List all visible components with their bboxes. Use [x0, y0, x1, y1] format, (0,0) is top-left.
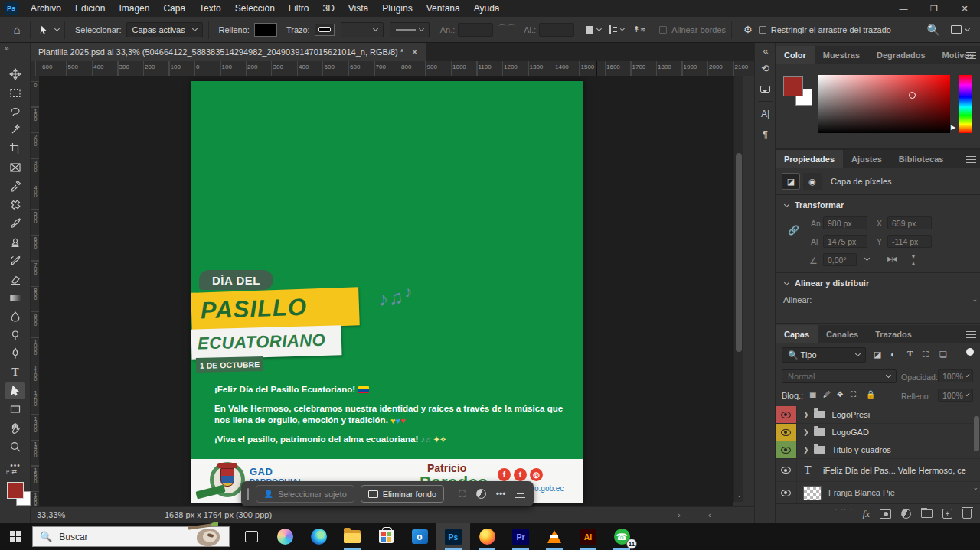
layer-filter-dropdown[interactable]: 🔍 Tipo [782, 347, 866, 363]
layer-name[interactable]: Franja Blanca Pie [828, 488, 895, 497]
color-field[interactable] [818, 75, 950, 133]
path-arrangement-icon[interactable]: ↟≋ [632, 23, 647, 37]
panel-menu-icon[interactable] [966, 156, 976, 163]
lock-transparency-icon[interactable]: ▦ [809, 390, 816, 399]
home-icon[interactable]: ⌂ [9, 23, 24, 37]
eraser-tool[interactable] [5, 271, 25, 288]
layer-visibility-toggle[interactable] [776, 424, 797, 441]
comments-panel-icon[interactable] [760, 86, 770, 93]
x-value-field[interactable]: 659 px [887, 216, 932, 229]
scroll-left-icon[interactable]: ‹ [708, 510, 711, 519]
transform-section-header[interactable]: Transformar [785, 200, 844, 210]
menu-item[interactable]: 3D [315, 3, 341, 14]
file-explorer-button[interactable] [335, 523, 369, 550]
paragraph-panel-icon[interactable]: ¶ [755, 129, 776, 140]
color-picker-ring[interactable] [909, 92, 916, 99]
menu-item[interactable]: Selección [228, 3, 282, 14]
layer-name[interactable]: LogoPresi [832, 410, 871, 419]
stroke-type-dropdown[interactable] [390, 22, 430, 37]
filter-type-icon[interactable]: T [907, 349, 913, 358]
drag-handle[interactable] [247, 488, 249, 500]
fill-swatch[interactable] [254, 23, 277, 37]
clone-stamp-tool[interactable] [5, 233, 25, 250]
close-button[interactable]: ✕ [949, 0, 980, 17]
angle-value-field[interactable]: 0,00° [823, 253, 857, 266]
group-expand-chevron[interactable]: ❯ [803, 446, 809, 454]
crop-tool[interactable] [5, 140, 25, 157]
align-section-header[interactable]: Alinear y distribuir [785, 278, 869, 288]
tab-canales[interactable]: Canales [818, 325, 867, 343]
menu-item[interactable]: Ayuda [467, 3, 507, 14]
menu-item[interactable]: Archivo [24, 3, 68, 14]
constrain-path-checkbox[interactable] [759, 26, 766, 34]
character-panel-icon[interactable]: A| [755, 109, 776, 119]
default-colors-icon[interactable]: ◰⇄ [6, 468, 17, 475]
quick-selection-tool[interactable] [5, 122, 25, 138]
new-group-icon[interactable] [921, 509, 933, 518]
tab-ajustes[interactable]: Ajustes [843, 150, 890, 168]
history-panel-icon[interactable]: ⟲ [755, 63, 776, 74]
group-expand-chevron[interactable]: ❯ [803, 428, 809, 436]
layer-row[interactable]: Franja Blanca Pie [776, 482, 980, 503]
marquee-tool[interactable] [5, 85, 25, 102]
layer-name[interactable]: LogoGAD [832, 428, 869, 437]
height-field[interactable] [539, 23, 574, 37]
eyedropper-tool[interactable] [5, 177, 25, 194]
outlook-button[interactable]: o [403, 523, 436, 550]
menu-item[interactable]: Edición [68, 3, 112, 14]
angle-dropdown-chevron[interactable] [864, 255, 870, 261]
align-edges-checkbox[interactable] [659, 26, 667, 34]
shape-tool[interactable] [5, 401, 25, 418]
layer-row[interactable]: ❯ LogoGAD [776, 424, 980, 441]
adjustments-icon[interactable] [474, 487, 488, 502]
link-wh-icon[interactable]: 🔗 [788, 225, 799, 236]
menu-item[interactable]: Vista [341, 3, 375, 14]
add-mask-icon[interactable] [880, 509, 891, 519]
filter-smartobject-icon[interactable]: ❏ [939, 350, 947, 360]
hue-slider-marker[interactable]: ▶ [951, 124, 956, 131]
layer-row[interactable]: T iFeliz Día del Pas... Valle Hermoso, c… [776, 459, 980, 482]
fill-field[interactable]: 100% [938, 389, 973, 402]
hue-slider[interactable] [959, 75, 972, 133]
panel-scroll-down-icon[interactable]: ⌄ [972, 295, 978, 303]
layer-visibility-toggle[interactable] [776, 406, 797, 423]
start-button[interactable] [10, 531, 21, 542]
canvas-area[interactable]: DÍA DEL PASILLO ♪♫♪ ECUATORIANO 1 DE OCT… [40, 76, 733, 506]
firefox-button[interactable] [470, 523, 504, 550]
y-value-field[interactable]: -114 px [887, 235, 932, 248]
height-value-field[interactable]: 1475 px [823, 235, 867, 248]
current-tool-icon[interactable] [36, 23, 51, 37]
minimize-button[interactable]: — [888, 0, 919, 17]
new-adjustment-layer-icon[interactable] [901, 509, 911, 519]
remove-background-button[interactable]: Eliminar fondo [361, 485, 444, 503]
filter-shape-icon[interactable]: ⛶ [923, 350, 929, 360]
delete-layer-icon[interactable] [962, 509, 972, 519]
frame-tool[interactable] [5, 159, 25, 176]
blur-tool[interactable] [5, 308, 25, 325]
type-tool[interactable]: T [5, 364, 25, 381]
blend-mode-dropdown[interactable]: Normal [782, 369, 897, 383]
transform-icon[interactable]: ⛶ [455, 487, 469, 502]
menu-item[interactable]: Filtro [282, 3, 316, 14]
zoom-tool[interactable] [5, 438, 25, 455]
layer-name[interactable]: iFeliz Día del Pas... Valle Hermoso, ce [823, 466, 966, 475]
scroll-down-icon[interactable]: ⌄ [737, 491, 743, 499]
pen-tool[interactable] [5, 345, 25, 362]
vertical-scrollbar[interactable]: ⌄ [733, 76, 743, 502]
brush-tool[interactable] [5, 215, 25, 232]
tool-preset-chevron[interactable] [54, 25, 60, 31]
lock-position-icon[interactable]: ✥ [837, 390, 843, 399]
mask-properties-icon[interactable]: ◉ [803, 173, 822, 190]
tool-settings-gear-icon[interactable]: ⚙ [743, 24, 753, 35]
microsoft-store-button[interactable] [369, 523, 403, 550]
lock-all-icon[interactable]: 🔒 [866, 390, 875, 399]
copilot-button[interactable] [268, 523, 302, 550]
group-expand-chevron[interactable]: ❯ [803, 411, 809, 418]
link-layers-icon[interactable]: ⌒⌒ [835, 507, 853, 520]
healing-brush-tool[interactable] [5, 197, 25, 213]
opacity-field[interactable]: 100% [938, 369, 973, 382]
layer-visibility-toggle[interactable] [776, 482, 797, 503]
flip-vertical-icon[interactable]: ▼▲ [910, 253, 916, 267]
hand-tool[interactable] [5, 420, 25, 437]
edge-button[interactable] [302, 523, 335, 550]
